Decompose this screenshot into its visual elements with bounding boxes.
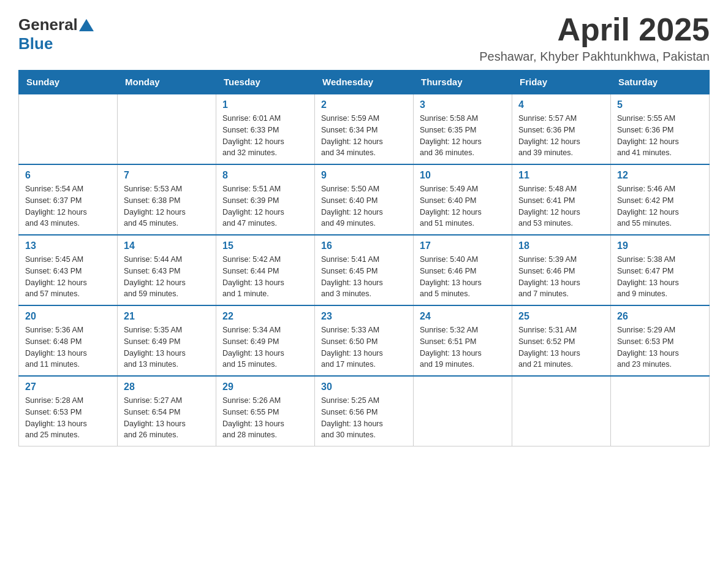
day-info: Sunrise: 5:26 AM Sunset: 6:55 PM Dayligh…: [222, 395, 308, 441]
day-info: Sunrise: 5:51 AM Sunset: 6:39 PM Dayligh…: [222, 183, 308, 229]
logo-general-text: General: [18, 15, 78, 34]
day-number: 21: [124, 311, 210, 322]
day-info: Sunrise: 5:25 AM Sunset: 6:56 PM Dayligh…: [321, 395, 407, 441]
day-info: Sunrise: 5:27 AM Sunset: 6:54 PM Dayligh…: [124, 395, 210, 441]
header-friday: Friday: [512, 71, 611, 94]
calendar-cell: 14Sunrise: 5:44 AM Sunset: 6:43 PM Dayli…: [118, 235, 216, 305]
day-number: 17: [420, 240, 506, 251]
day-info: Sunrise: 5:34 AM Sunset: 6:49 PM Dayligh…: [222, 324, 308, 370]
day-info: Sunrise: 5:50 AM Sunset: 6:40 PM Dayligh…: [321, 183, 407, 229]
week-row-1: 1Sunrise: 6:01 AM Sunset: 6:33 PM Daylig…: [19, 94, 710, 164]
day-info: Sunrise: 5:42 AM Sunset: 6:44 PM Dayligh…: [222, 254, 308, 300]
calendar-cell: 29Sunrise: 5:26 AM Sunset: 6:55 PM Dayli…: [216, 376, 315, 446]
calendar-cell: 8Sunrise: 5:51 AM Sunset: 6:39 PM Daylig…: [216, 164, 315, 235]
week-row-4: 20Sunrise: 5:36 AM Sunset: 6:48 PM Dayli…: [19, 305, 710, 376]
day-info: Sunrise: 5:45 AM Sunset: 6:43 PM Dayligh…: [25, 254, 111, 300]
header-wednesday: Wednesday: [315, 71, 414, 94]
calendar-cell: 4Sunrise: 5:57 AM Sunset: 6:36 PM Daylig…: [512, 94, 611, 164]
day-info: Sunrise: 5:39 AM Sunset: 6:46 PM Dayligh…: [518, 254, 604, 300]
day-number: 23: [321, 311, 407, 322]
day-info: Sunrise: 5:36 AM Sunset: 6:48 PM Dayligh…: [25, 324, 111, 370]
calendar-cell: 15Sunrise: 5:42 AM Sunset: 6:44 PM Dayli…: [216, 235, 315, 305]
calendar-cell: 21Sunrise: 5:35 AM Sunset: 6:49 PM Dayli…: [118, 305, 216, 376]
calendar-cell: 11Sunrise: 5:48 AM Sunset: 6:41 PM Dayli…: [512, 164, 611, 235]
calendar-cell: 9Sunrise: 5:50 AM Sunset: 6:40 PM Daylig…: [315, 164, 414, 235]
day-number: 29: [222, 381, 308, 393]
calendar-cell: 23Sunrise: 5:33 AM Sunset: 6:50 PM Dayli…: [315, 305, 414, 376]
calendar-cell: 5Sunrise: 5:55 AM Sunset: 6:36 PM Daylig…: [611, 94, 710, 164]
calendar-cell: 30Sunrise: 5:25 AM Sunset: 6:56 PM Dayli…: [315, 376, 414, 446]
day-info: Sunrise: 5:54 AM Sunset: 6:37 PM Dayligh…: [25, 183, 111, 229]
calendar-cell: 17Sunrise: 5:40 AM Sunset: 6:46 PM Dayli…: [414, 235, 512, 305]
day-info: Sunrise: 5:58 AM Sunset: 6:35 PM Dayligh…: [420, 113, 506, 159]
day-number: 20: [25, 311, 111, 322]
day-info: Sunrise: 5:46 AM Sunset: 6:42 PM Dayligh…: [617, 183, 703, 229]
day-number: 13: [25, 240, 111, 251]
day-number: 2: [321, 99, 407, 110]
day-info: Sunrise: 5:33 AM Sunset: 6:50 PM Dayligh…: [321, 324, 407, 370]
calendar-cell: 27Sunrise: 5:28 AM Sunset: 6:53 PM Dayli…: [19, 376, 118, 446]
month-year-title: April 2025: [479, 12, 710, 47]
day-number: 16: [321, 240, 407, 251]
day-number: 24: [420, 311, 506, 322]
logo-blue-text: Blue: [18, 34, 53, 53]
day-info: Sunrise: 5:59 AM Sunset: 6:34 PM Dayligh…: [321, 113, 407, 159]
day-info: Sunrise: 5:41 AM Sunset: 6:45 PM Dayligh…: [321, 254, 407, 300]
day-number: 30: [321, 381, 407, 393]
calendar-cell: 24Sunrise: 5:32 AM Sunset: 6:51 PM Dayli…: [414, 305, 512, 376]
logo-triangle-icon: [79, 19, 94, 31]
calendar-cell: 19Sunrise: 5:38 AM Sunset: 6:47 PM Dayli…: [611, 235, 710, 305]
calendar-cell: [512, 376, 611, 446]
week-row-5: 27Sunrise: 5:28 AM Sunset: 6:53 PM Dayli…: [19, 376, 710, 446]
calendar-cell: [118, 94, 216, 164]
day-info: Sunrise: 5:57 AM Sunset: 6:36 PM Dayligh…: [518, 113, 604, 159]
header-sunday: Sunday: [19, 71, 118, 94]
day-number: 22: [222, 311, 308, 322]
day-number: 3: [420, 99, 506, 110]
day-number: 12: [617, 170, 703, 181]
calendar-cell: 22Sunrise: 5:34 AM Sunset: 6:49 PM Dayli…: [216, 305, 315, 376]
day-info: Sunrise: 5:35 AM Sunset: 6:49 PM Dayligh…: [124, 324, 210, 370]
calendar-cell: 3Sunrise: 5:58 AM Sunset: 6:35 PM Daylig…: [414, 94, 512, 164]
day-number: 19: [617, 240, 703, 251]
day-number: 5: [617, 99, 703, 110]
calendar-cell: 7Sunrise: 5:53 AM Sunset: 6:38 PM Daylig…: [118, 164, 216, 235]
day-info: Sunrise: 5:53 AM Sunset: 6:38 PM Dayligh…: [124, 183, 210, 229]
title-section: April 2025 Peshawar, Khyber Pakhtunkhwa,…: [479, 12, 710, 64]
calendar-cell: 10Sunrise: 5:49 AM Sunset: 6:40 PM Dayli…: [414, 164, 512, 235]
header-tuesday: Tuesday: [216, 71, 315, 94]
day-number: 1: [222, 99, 308, 110]
calendar-cell: 2Sunrise: 5:59 AM Sunset: 6:34 PM Daylig…: [315, 94, 414, 164]
calendar-cell: [414, 376, 512, 446]
header-thursday: Thursday: [414, 71, 512, 94]
calendar-cell: 13Sunrise: 5:45 AM Sunset: 6:43 PM Dayli…: [19, 235, 118, 305]
calendar-cell: 6Sunrise: 5:54 AM Sunset: 6:37 PM Daylig…: [19, 164, 118, 235]
calendar-table: SundayMondayTuesdayWednesdayThursdayFrid…: [18, 70, 710, 446]
calendar-cell: [19, 94, 118, 164]
day-number: 8: [222, 170, 308, 181]
day-info: Sunrise: 5:49 AM Sunset: 6:40 PM Dayligh…: [420, 183, 506, 229]
day-info: Sunrise: 6:01 AM Sunset: 6:33 PM Dayligh…: [222, 113, 308, 159]
day-number: 4: [518, 99, 604, 110]
calendar-cell: 12Sunrise: 5:46 AM Sunset: 6:42 PM Dayli…: [611, 164, 710, 235]
day-info: Sunrise: 5:48 AM Sunset: 6:41 PM Dayligh…: [518, 183, 604, 229]
week-row-2: 6Sunrise: 5:54 AM Sunset: 6:37 PM Daylig…: [19, 164, 710, 235]
location-subtitle: Peshawar, Khyber Pakhtunkhwa, Pakistan: [479, 50, 710, 64]
week-row-3: 13Sunrise: 5:45 AM Sunset: 6:43 PM Dayli…: [19, 235, 710, 305]
day-number: 25: [518, 311, 604, 322]
day-number: 27: [25, 381, 111, 393]
day-info: Sunrise: 5:38 AM Sunset: 6:47 PM Dayligh…: [617, 254, 703, 300]
day-number: 18: [518, 240, 604, 251]
calendar-cell: 16Sunrise: 5:41 AM Sunset: 6:45 PM Dayli…: [315, 235, 414, 305]
day-info: Sunrise: 5:40 AM Sunset: 6:46 PM Dayligh…: [420, 254, 506, 300]
day-number: 9: [321, 170, 407, 181]
day-number: 7: [124, 170, 210, 181]
calendar-cell: 18Sunrise: 5:39 AM Sunset: 6:46 PM Dayli…: [512, 235, 611, 305]
day-info: Sunrise: 5:32 AM Sunset: 6:51 PM Dayligh…: [420, 324, 506, 370]
day-info: Sunrise: 5:28 AM Sunset: 6:53 PM Dayligh…: [25, 395, 111, 441]
day-info: Sunrise: 5:29 AM Sunset: 6:53 PM Dayligh…: [617, 324, 703, 370]
day-info: Sunrise: 5:55 AM Sunset: 6:36 PM Dayligh…: [617, 113, 703, 159]
calendar-cell: 26Sunrise: 5:29 AM Sunset: 6:53 PM Dayli…: [611, 305, 710, 376]
day-number: 6: [25, 170, 111, 181]
logo: General Blue: [18, 12, 95, 53]
